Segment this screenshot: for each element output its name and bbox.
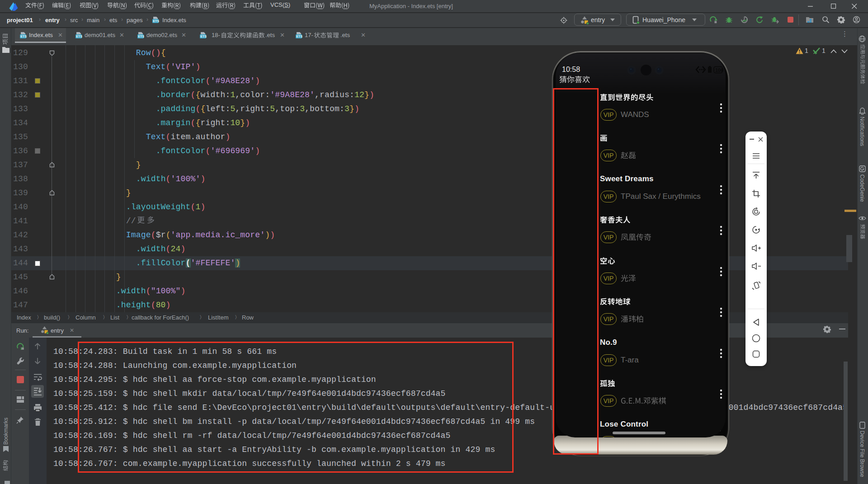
- svg-text:ETS: ETS: [20, 34, 27, 38]
- svg-text:ETS: ETS: [296, 34, 302, 38]
- svg-text:100: 100: [715, 67, 723, 73]
- svg-text:ETS: ETS: [76, 34, 82, 38]
- svg-text:ETS: ETS: [200, 34, 207, 38]
- svg-text:ETS: ETS: [153, 19, 159, 23]
- svg-text:ETS: ETS: [138, 34, 144, 38]
